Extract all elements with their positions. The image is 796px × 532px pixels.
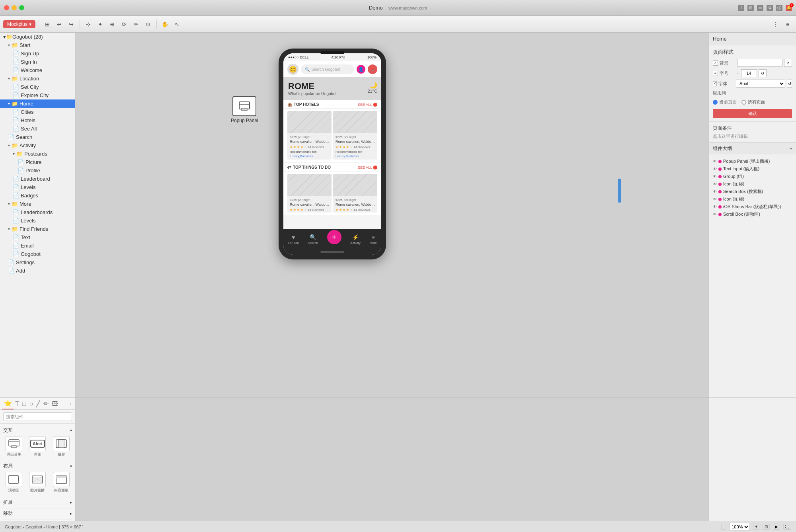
radio-all[interactable]: 所有页面	[741, 99, 765, 105]
search-box[interactable]: 🔍 Search Gogobot	[301, 64, 354, 74]
sidebar-item-leaderboards[interactable]: 📄 Leaderboards	[0, 208, 75, 216]
widget-cat-label-layout[interactable]: 布局 ▾	[3, 461, 72, 470]
widget-tab-pen[interactable]: ✏	[42, 398, 50, 409]
bg-reset-button[interactable]: ↺	[784, 59, 792, 67]
grid-icon[interactable]: ⊞	[747, 5, 754, 11]
widget-item-carousel[interactable]: 图片轮播	[27, 472, 49, 493]
sidebar-item-search[interactable]: 📄 Search	[0, 133, 75, 141]
outline-item-popup-panel[interactable]: 👁 Popup Panel (弹出面板)	[713, 158, 792, 165]
eye-icon-5[interactable]: 👁	[713, 189, 717, 194]
minimize-button[interactable]	[12, 5, 17, 10]
widget-collapse-btn[interactable]: ↕	[68, 401, 73, 407]
outline-collapse-icon[interactable]: ▾	[790, 146, 792, 151]
app-menu-button[interactable]: Mockplus ▾	[3, 20, 35, 28]
phone-content[interactable]: 🏨 TOP HOTELS SEE ALL 🔴	[283, 100, 381, 229]
info-icon[interactable]: ⓘ	[776, 5, 782, 11]
zoom-in-button[interactable]: +	[753, 524, 759, 530]
sidebar-item-gogobot[interactable]: 📄 Gogobot	[0, 250, 75, 258]
sidebar-item-signup[interactable]: 📄 Sign Up	[0, 49, 75, 58]
sidebar-item-start[interactable]: ▾ 📁 Start	[0, 41, 75, 49]
thing-card-2[interactable]: $225 per night Rome cavalieri, Waldorf A…	[333, 174, 377, 212]
eye-icon-7[interactable]: 👁	[713, 205, 717, 209]
distribute-button[interactable]: ≡	[782, 19, 793, 29]
font-select[interactable]: Arial Helvetica Times New Roman	[736, 80, 785, 88]
grid-view-button[interactable]: ⊞	[42, 19, 53, 29]
hand-button[interactable]: ✋	[160, 19, 170, 29]
eye-icon-6[interactable]: 👁	[713, 197, 717, 201]
outline-item-statusbar[interactable]: 👁 iOS Status Bar (状态栏(苹果))	[713, 203, 792, 210]
outline-item-icon1[interactable]: 👁 Icon (图标)	[713, 180, 792, 188]
tab-add-button[interactable]: +	[327, 230, 341, 244]
sidebar-item-profile[interactable]: 📄 Profile	[0, 166, 75, 175]
sidebar-item-seeall[interactable]: 📄 See All	[0, 125, 75, 133]
gear-icon[interactable]: ⚙	[767, 5, 773, 11]
font-reset-button[interactable]: ↺	[787, 80, 792, 88]
tab-more[interactable]: ≡ More	[369, 234, 377, 245]
outline-item-scrollbox[interactable]: 👁 Scroll Box (滚动区)	[713, 210, 792, 218]
close-button[interactable]	[4, 5, 9, 10]
sidebar-item-levels2[interactable]: 📄 Levels	[0, 216, 75, 225]
rotate-button[interactable]: ⟳	[119, 19, 129, 29]
preview-button[interactable]: ▶	[773, 524, 780, 530]
window-icon[interactable]: ▭	[757, 5, 763, 11]
sidebar-item-activity[interactable]: ▾ 📁 Activity	[0, 141, 75, 150]
outline-item-text-input[interactable]: 👁 Text Input (输入框)	[713, 165, 792, 173]
canvas-area[interactable]: Popup Panel ●●●○○ BELL 4:20 PM 100%	[76, 33, 708, 398]
right-resize-handle[interactable]	[618, 179, 621, 203]
sidebar-item-postcards[interactable]: ▾ 📁 Postcards	[0, 150, 75, 158]
sidebar-item-cities[interactable]: 📄 Cities	[0, 108, 75, 116]
move-button[interactable]: ✦	[95, 19, 105, 29]
share-icon[interactable]: ⇧	[738, 5, 744, 11]
draw-button[interactable]: ✏	[131, 19, 141, 29]
sidebar-item-setcity[interactable]: 📄 Set City	[0, 83, 75, 91]
eye-icon-4[interactable]: 👁	[713, 182, 717, 186]
widget-item-panel[interactable]: 内容面板	[51, 472, 72, 493]
pin-icon[interactable]: 📍	[368, 64, 377, 74]
outline-item-group[interactable]: 👁 Group (组)	[713, 173, 792, 180]
profile-icon[interactable]: 👤	[357, 65, 365, 74]
eye-icon-1[interactable]: 👁	[713, 159, 717, 164]
select-button[interactable]: ⊹	[83, 19, 94, 29]
redo-button[interactable]: ↪	[66, 19, 76, 29]
widget-search-input[interactable]	[3, 412, 72, 421]
zoom-out-button[interactable]: -	[721, 524, 726, 530]
bg-color-picker[interactable]	[737, 59, 782, 67]
sidebar-item-more[interactable]: ▾ 📁 More	[0, 200, 75, 208]
sidebar-item-welcome[interactable]: 📄 Welcome	[0, 66, 75, 74]
sidebar-item-add[interactable]: 📄 Add	[0, 267, 75, 275]
sidebar-item-hotels[interactable]: 📄 Hotels	[0, 116, 75, 125]
undo-button[interactable]: ↩	[54, 19, 64, 29]
widget-tab-circle[interactable]: ○	[27, 399, 35, 409]
sidebar-item-picture[interactable]: 📄 Picture	[0, 158, 75, 166]
widget-cat-label-mobile[interactable]: 移动 ▸	[3, 508, 72, 518]
sidebar-item-explorecity[interactable]: 📄 Explore City	[0, 91, 75, 99]
sidebar-item-location[interactable]: ▾ 📁 Location	[0, 74, 75, 83]
sidebar-item-levels[interactable]: 📄 Levels	[0, 183, 75, 191]
widget-item-drawer[interactable]: 抽屉	[51, 436, 72, 457]
hotel-card-1[interactable]: $225 per night Rome cavalieri, Waldorf A…	[287, 111, 332, 160]
sidebar-project-root[interactable]: ▾ 📁 Gogobot (28)	[0, 33, 75, 41]
align-button[interactable]: ⋮	[771, 19, 781, 29]
widget-cat-label-expand[interactable]: 扩展 ▸	[3, 497, 72, 507]
widget-item-alert[interactable]: Alert 弹窗	[27, 436, 49, 457]
widget-tab-line[interactable]: ╱	[35, 398, 42, 409]
bg-checkbox[interactable]: ✓	[713, 60, 718, 66]
things-see-all[interactable]: SEE ALL 🔴	[358, 166, 377, 170]
outline-item-searchbox[interactable]: 👁 Search Box (搜索框)	[713, 188, 792, 195]
fontsize-checkbox[interactable]: ✓	[713, 71, 718, 76]
sidebar-item-leaderboard[interactable]: 📄 Leaderboard	[0, 175, 75, 183]
widget-tab-img[interactable]: 🖼	[50, 399, 60, 409]
widget-item-scroll[interactable]: 滚动区	[3, 472, 25, 493]
sidebar-item-badges[interactable]: 📄 Badges	[0, 191, 75, 200]
confirm-button[interactable]: 确认	[713, 109, 792, 118]
sidebar-item-text[interactable]: 📄 Text	[0, 233, 75, 242]
outline-item-icon2[interactable]: 👁 Icon (图标)	[713, 195, 792, 203]
sidebar-item-settings[interactable]: 📄 Settings	[0, 258, 75, 267]
crop-button[interactable]: ⊕	[107, 19, 117, 29]
sidebar-item-findfriends[interactable]: ▾ 📁 Find Friends	[0, 225, 75, 233]
eye-icon-8[interactable]: 👁	[713, 212, 717, 216]
canvas-bottom-area[interactable]	[76, 398, 708, 521]
page-notes-content[interactable]: 点击这里进行编辑	[713, 133, 792, 139]
notification-icon[interactable]: 1 🔔	[786, 5, 792, 11]
font-checkbox[interactable]: ✓	[713, 81, 717, 86]
